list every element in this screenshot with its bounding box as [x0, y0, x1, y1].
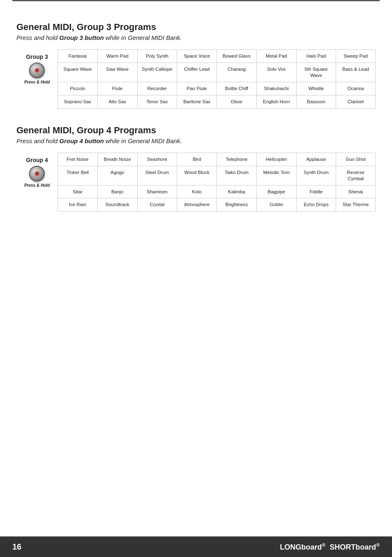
- list-item: Square Wave: [58, 63, 97, 82]
- group4-label-col: Group 4 Press & Hold: [16, 153, 58, 188]
- group3-subtitle-bold: Group 3 button: [59, 34, 104, 41]
- list-item: Chiffer Lead: [177, 63, 217, 82]
- list-item: Fiddle: [296, 186, 336, 198]
- list-item: Agogo: [97, 166, 137, 185]
- group4-subtitle-prefix: Press and hold: [16, 137, 59, 144]
- group4-button[interactable]: [29, 166, 45, 181]
- footer-brand: LONGboard® SHORTboard®: [280, 542, 380, 552]
- group3-container: Group 3 Press & Hold FantasiaWarm PadPol…: [16, 49, 376, 109]
- list-item: Bowed Glass: [217, 50, 256, 63]
- list-item: Telephone: [217, 153, 256, 166]
- table-row: Ice RainSoundtrackCrystalAtmosphereBrigh…: [58, 198, 376, 211]
- list-item: Crystal: [137, 198, 177, 211]
- list-item: Shakuhachi: [256, 82, 296, 95]
- group3-subtitle-prefix: Press and hold: [16, 34, 59, 41]
- group3-label-col: Group 3 Press & Hold: [16, 49, 58, 84]
- list-item: Oboe: [217, 95, 256, 108]
- list-item: Goblin: [256, 198, 296, 211]
- group3-section: General MIDI, Group 3 Programs Press and…: [16, 22, 376, 41]
- list-item: Taiko Drum: [217, 166, 256, 185]
- list-item: Koto: [177, 186, 217, 198]
- list-item: Star Therme: [336, 198, 376, 211]
- group3-press-hold: Press & Hold: [24, 80, 50, 84]
- table-row: Tinker BellAgogoSteel DrumWood BlockTaik…: [58, 166, 376, 185]
- list-item: Brightness: [217, 198, 256, 211]
- list-item: Bass & Lead: [336, 63, 376, 82]
- list-item: Soprano Sax: [58, 95, 97, 108]
- list-item: Kalimba: [217, 186, 256, 198]
- list-item: Tinker Bell: [58, 166, 97, 185]
- list-item: Soundtrack: [97, 198, 137, 211]
- list-item: Bagpipe: [256, 186, 296, 198]
- list-item: Sitar: [58, 186, 97, 198]
- list-item: Shamisen: [137, 186, 177, 198]
- table-row: Square WaveSaw WaveSynth CalliopeChiffer…: [58, 63, 376, 82]
- group3-title: General MIDI, Group 3 Programs: [16, 22, 376, 32]
- list-item: Halo Pad: [296, 50, 336, 63]
- list-item: Seashore: [137, 153, 177, 166]
- list-item: Bassoon: [296, 95, 336, 108]
- group3-button[interactable]: [29, 63, 45, 78]
- footer: 16 LONGboard® SHORTboard®: [0, 536, 392, 557]
- list-item: Helicopter: [256, 153, 296, 166]
- list-item: Bottle Chiff: [217, 82, 256, 95]
- list-item: Shenai: [336, 186, 376, 198]
- list-item: Echo Drops: [296, 198, 336, 211]
- page-content: General MIDI, Group 3 Programs Press and…: [0, 1, 392, 236]
- group4-title: General MIDI, Group 4 Programs: [16, 125, 376, 136]
- list-item: Warm Pad: [97, 50, 137, 63]
- list-item: 5th Square Wave: [296, 63, 336, 82]
- list-item: Piccolo: [58, 82, 97, 95]
- list-item: Reverse Cymbal: [336, 166, 376, 185]
- list-item: Ocarina: [336, 82, 376, 95]
- list-item: Breath Noize: [97, 153, 137, 166]
- group4-section: General MIDI, Group 4 Programs Press and…: [16, 125, 376, 144]
- list-item: Applause: [296, 153, 336, 166]
- group4-label: Group 4: [26, 157, 48, 163]
- group4-subtitle-bold: Group 4 button: [59, 137, 104, 144]
- list-item: Poly Synth: [137, 50, 177, 63]
- footer-brand2: SHORTboard®: [330, 542, 380, 552]
- footer-brand1: LONGboard®: [280, 542, 325, 552]
- list-item: Alto Sax: [97, 95, 137, 108]
- list-item: Space Voice: [177, 50, 217, 63]
- group3-subtitle: Press and hold Group 3 button while in G…: [16, 34, 376, 41]
- list-item: Whistle: [296, 82, 336, 95]
- list-item: Clarinet: [336, 95, 376, 108]
- table-row: FantasiaWarm PadPoly SynthSpace VoiceBow…: [58, 49, 376, 63]
- list-item: Flute: [97, 82, 137, 95]
- list-item: Ice Rain: [58, 198, 97, 211]
- group4-grid: Fret NoiseBreath NoizeSeashoreBirdTeleph…: [58, 153, 376, 212]
- footer-page-number: 16: [12, 542, 21, 552]
- list-item: Synth Drum: [296, 166, 336, 185]
- group4-container: Group 4 Press & Hold Fret NoiseBreath No…: [16, 153, 376, 212]
- list-item: Recorder: [137, 82, 177, 95]
- group3-label: Group 3: [26, 53, 48, 60]
- list-item: Synth Calliope: [137, 63, 177, 82]
- group4-subtitle-suffix: while in General MIDI Bank.: [104, 137, 182, 144]
- list-item: Banjo: [97, 186, 137, 198]
- list-item: Pan Flute: [177, 82, 217, 95]
- list-item: Gun Shot: [336, 153, 376, 166]
- group3-subtitle-suffix: while in General MIDI Bank.: [104, 34, 182, 41]
- group3-grid: FantasiaWarm PadPoly SynthSpace VoiceBow…: [58, 49, 376, 109]
- list-item: Charang: [217, 63, 256, 82]
- list-item: Fantasia: [58, 50, 97, 63]
- list-item: Melodic Tom: [256, 166, 296, 185]
- list-item: Atmosphere: [177, 198, 217, 211]
- list-item: Baritone Sax: [177, 95, 217, 108]
- list-item: Wood Block: [177, 166, 217, 185]
- list-item: English Horn: [256, 95, 296, 108]
- list-item: Metal Pad: [256, 50, 296, 63]
- group4-press-hold: Press & Hold: [24, 183, 50, 188]
- table-row: Soprano SaxAlto SaxTenor SaxBaritone Sax…: [58, 95, 376, 109]
- list-item: Sweep Pad: [336, 50, 376, 63]
- list-item: Steel Drum: [137, 166, 177, 185]
- list-item: Saw Wave: [97, 63, 137, 82]
- table-row: SitarBanjoShamisenKotoKalimbaBagpipeFidd…: [58, 185, 376, 198]
- table-row: PiccoloFluteRecorderPan FluteBottle Chif…: [58, 82, 376, 95]
- group4-subtitle: Press and hold Group 4 button while in G…: [16, 137, 376, 144]
- list-item: Solo Vox: [256, 63, 296, 82]
- list-item: Tenor Sax: [137, 95, 177, 108]
- list-item: Fret Noise: [58, 153, 97, 166]
